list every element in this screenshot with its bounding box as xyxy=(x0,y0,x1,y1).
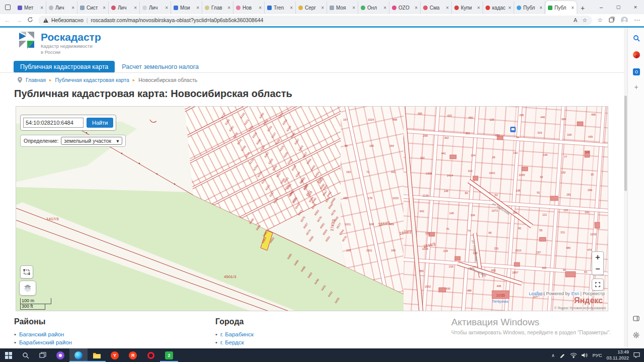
minimize-button[interactable]: – xyxy=(593,0,610,14)
tab-close-icon[interactable]: × xyxy=(383,5,386,11)
collections-icon[interactable] xyxy=(609,17,615,24)
more-menu-icon[interactable]: ⋯ xyxy=(634,17,640,24)
browser-tab[interactable]: Онл× xyxy=(358,2,389,14)
sidebar-panel-icon[interactable] xyxy=(632,314,640,323)
browser-tab[interactable]: Моя× xyxy=(327,2,358,14)
app-alice[interactable] xyxy=(51,348,69,362)
map-search-button[interactable]: Найти xyxy=(87,118,113,128)
app-opera[interactable] xyxy=(142,348,160,362)
browser-tab[interactable]: OZO× xyxy=(389,2,421,14)
read-aloud-icon[interactable]: A xyxy=(574,17,577,23)
crumb-map[interactable]: Публичная кадастровая карта xyxy=(55,77,129,83)
new-tab-button[interactable]: + xyxy=(577,2,589,14)
tab-close-icon[interactable]: × xyxy=(290,5,293,11)
language-indicator[interactable]: РУС xyxy=(593,352,602,358)
app-edge[interactable] xyxy=(69,348,88,362)
tab-public-map[interactable]: Публичная кадастровая карта xyxy=(14,61,115,73)
district-link[interactable]: Баганский район xyxy=(19,331,64,337)
task-view-icon[interactable] xyxy=(34,348,51,362)
browser-tab[interactable]: Сист× xyxy=(77,2,109,14)
tray-expand-icon[interactable]: ∧ xyxy=(551,353,555,358)
browser-tab[interactable]: Купи× xyxy=(452,2,483,14)
profile-avatar[interactable] xyxy=(621,17,628,24)
tab-close-icon[interactable]: × xyxy=(134,5,137,11)
layers-button[interactable] xyxy=(19,281,36,296)
sidebar-settings-gear-icon[interactable] xyxy=(632,331,640,339)
tab-close-icon[interactable]: × xyxy=(321,5,324,11)
map-label: 1036 xyxy=(422,247,428,250)
browser-tab[interactable]: Публ× xyxy=(545,1,577,14)
restore-button[interactable]: ▢ xyxy=(610,0,627,14)
browser-tab[interactable]: Мет× xyxy=(15,2,46,14)
tab-close-icon[interactable]: × xyxy=(415,5,418,11)
leaflet-link[interactable]: Leaflet xyxy=(529,291,542,296)
favorite-star-icon[interactable]: ☆ xyxy=(582,17,587,24)
close-button[interactable]: × xyxy=(627,0,644,14)
district-link[interactable]: Барабинский район xyxy=(19,339,72,345)
taskbar-clock[interactable]: 13:4903.11.2022 xyxy=(607,349,629,361)
browser-tab[interactable]: Публ× xyxy=(514,2,545,14)
browser-tab[interactable]: Серг× xyxy=(296,2,327,14)
browser-tab[interactable]: Лич× xyxy=(140,2,171,14)
browser-tab[interactable]: Лич× xyxy=(46,2,77,14)
app-file-explorer[interactable] xyxy=(88,348,106,362)
tab-close-icon[interactable]: × xyxy=(539,5,542,11)
tab-close-icon[interactable]: × xyxy=(165,5,168,11)
forward-icon[interactable]: → xyxy=(16,17,22,24)
browser-tab[interactable]: Мои× xyxy=(171,2,202,14)
sidebar-outlook-icon[interactable] xyxy=(632,67,640,76)
scrollbar-thumb[interactable] xyxy=(624,96,627,191)
tab-close-icon[interactable]: × xyxy=(259,5,262,11)
definition-select[interactable]: земельный участок ▾ xyxy=(61,137,122,145)
browser-tab[interactable]: кадас× xyxy=(483,2,514,14)
yandex-terms[interactable]: © Яндекс Условия использования xyxy=(554,306,606,310)
tab-close-icon[interactable]: × xyxy=(103,5,106,11)
tab-close-icon[interactable]: × xyxy=(227,5,230,11)
back-icon[interactable]: ← xyxy=(4,17,11,24)
crumb-home[interactable]: Главная xyxy=(26,77,46,83)
start-button[interactable] xyxy=(0,348,17,362)
tab-actions-icon[interactable] xyxy=(0,0,15,14)
browser-tab[interactable]: Сма× xyxy=(421,2,452,14)
notification-icon[interactable] xyxy=(633,351,640,360)
volume-icon[interactable] xyxy=(582,351,588,360)
tab-close-icon[interactable]: × xyxy=(571,5,574,11)
tab-close-icon[interactable]: × xyxy=(40,5,43,11)
fullscreen-button[interactable] xyxy=(592,279,604,291)
address-bar[interactable]: Небезопасно | roscadastr.com/map/novosib… xyxy=(38,16,592,25)
app-2gis[interactable]: 2 xyxy=(160,348,178,362)
cadastral-search-input[interactable] xyxy=(23,118,84,128)
browser-tab[interactable]: Лич× xyxy=(109,2,140,14)
pen-icon[interactable] xyxy=(559,351,566,360)
app-yandex-browser[interactable]: Y xyxy=(106,348,124,362)
zoom-in-button[interactable]: + xyxy=(592,251,604,263)
draw-tool-button[interactable] xyxy=(20,265,33,279)
zoom-out-button[interactable]: − xyxy=(592,263,604,275)
map-label: 121 xyxy=(542,213,547,216)
tab-close-icon[interactable]: × xyxy=(196,5,199,11)
city-link[interactable]: г. Бердск xyxy=(220,339,244,345)
esri-link[interactable]: Esri xyxy=(571,291,579,296)
map-container[interactable]: 1417/34501/31743/11844/11844/21844/31844… xyxy=(16,106,608,311)
tab-close-icon[interactable]: × xyxy=(508,5,511,11)
page-scrollbar[interactable] xyxy=(624,28,627,348)
favorites-hub-icon[interactable]: ☆ xyxy=(597,17,603,24)
map-label: 108 xyxy=(516,189,520,192)
browser-tab[interactable]: Tren× xyxy=(265,2,296,14)
taskbar-search-icon[interactable] xyxy=(17,348,34,362)
app-yandex[interactable]: Я xyxy=(124,348,142,362)
tab-close-icon[interactable]: × xyxy=(477,5,480,11)
city-link[interactable]: г. Барабинск xyxy=(220,331,254,337)
refresh-icon[interactable] xyxy=(27,17,33,24)
site-name[interactable]: Роскадастр xyxy=(41,31,101,43)
sidebar-search-icon[interactable] xyxy=(632,34,640,42)
browser-tab[interactable]: Нов× xyxy=(233,2,265,14)
tab-close-icon[interactable]: × xyxy=(71,5,74,11)
tab-land-tax[interactable]: Расчет земельного налога xyxy=(122,63,199,70)
tab-close-icon[interactable]: × xyxy=(352,5,355,11)
sidebar-office-icon[interactable] xyxy=(632,50,640,59)
sidebar-add-icon[interactable]: + xyxy=(632,82,640,91)
tab-close-icon[interactable]: × xyxy=(446,5,449,11)
wifi-icon[interactable] xyxy=(570,351,577,360)
browser-tab[interactable]: Глав× xyxy=(202,2,233,14)
